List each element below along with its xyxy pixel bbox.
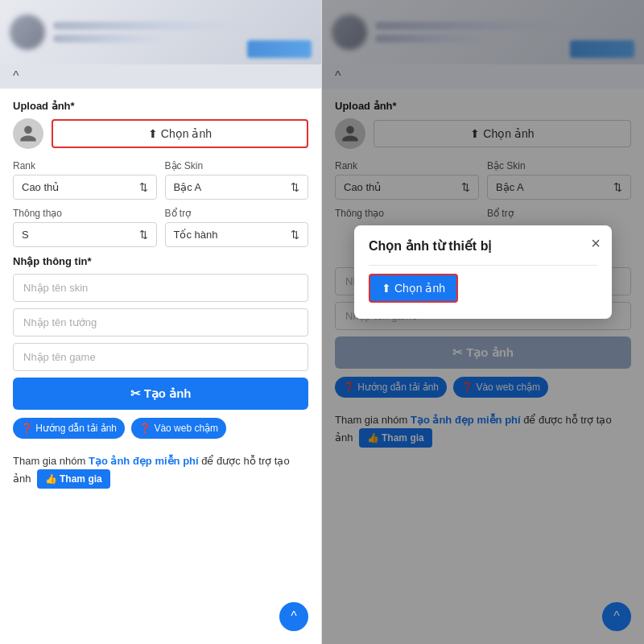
modal-overlay[interactable]: Chọn ảnh từ thiết bị × ⬆ Chọn ảnh [322,0,644,644]
upload-row-left: ⬆ Chọn ảnh [13,118,308,149]
avatar-icon-left [13,118,43,149]
join-text-left: Tham gia nhóm Tạo ảnh đẹp miễn phí để đư… [13,447,308,495]
bo-tro-value-left: Tốc hành [174,229,218,241]
rank-chevron-left: ⇅ [139,181,148,193]
top-bar-content-left [53,22,239,43]
modal-chon-anh-button[interactable]: ⬆ Chọn ảnh [369,274,458,303]
blurred-bar-2 [53,35,165,43]
game-name-input-left[interactable] [13,343,308,371]
modal-divider [369,265,597,266]
thong-thao-group-left: Thông thạo S ⇅ [13,208,157,247]
tuong-name-input-left[interactable] [13,308,308,336]
thong-thao-value-left: S [22,229,29,241]
rank-label-left: Rank [13,160,157,171]
rank-select-left[interactable]: Cao thủ ⇅ [13,175,157,200]
modal-title: Chọn ảnh từ thiết bị [369,238,597,254]
bo-tro-label-left: Bổ trợ [165,208,309,219]
form-area-left: Upload ảnh* ⬆ Chọn ảnh Rank Cao thủ ⇅ Bậ… [0,89,321,644]
bo-tro-chevron-left: ⇅ [291,229,299,241]
bo-tro-group-left: Bổ trợ Tốc hành ⇅ [165,208,309,247]
modal-close-button[interactable]: × [591,235,601,251]
left-panel: ^ Upload ảnh* ⬆ Chọn ảnh Rank Cao thủ ⇅ … [0,0,322,644]
chon-anh-button-left[interactable]: ⬆ Chọn ảnh [52,119,308,148]
thong-thao-chevron-left: ⇅ [139,229,148,241]
top-bar-left [0,0,321,64]
chevron-up-bar-left: ^ [0,64,321,89]
guide-button-left[interactable]: ❓ Hướng dẫn tải ảnh [13,418,125,439]
join-bold-left: Tạo ảnh đẹp miễn phí [89,455,199,467]
blurred-bar-1 [53,22,239,30]
upload-label-left: Upload ảnh* [13,100,308,112]
person-icon-left [19,124,38,143]
modal-box: Chọn ảnh từ thiết bị × ⬆ Chọn ảnh [354,225,612,319]
blurred-bar-blue [247,40,312,58]
rank-value-left: Cao thủ [22,181,59,193]
thong-thao-select-left[interactable]: S ⇅ [13,222,157,247]
join-button-left[interactable]: 👍 Tham gia [37,469,110,489]
avatar-blurred-left [10,14,45,50]
scroll-up-button-left[interactable]: ^ [279,602,308,631]
bo-tro-select-left[interactable]: Tốc hành ⇅ [165,222,309,247]
create-button-left[interactable]: ✂ Tạo ảnh [13,378,308,410]
nhap-tt-label-left: Nhập thông tin* [13,255,308,267]
thong-thao-label-left: Thông thạo [13,208,157,219]
bac-skin-chevron-left: ⇅ [291,181,299,193]
bac-skin-group-left: Bậc Skin Bậc A ⇅ [165,160,309,200]
bac-skin-label-left: Bậc Skin [165,160,309,171]
info-buttons-left: ❓ Hướng dẫn tải ảnh ❓ Vào web chậm [13,418,308,439]
bac-skin-value-left: Bậc A [174,181,202,193]
rank-bac-row-left: Rank Cao thủ ⇅ Bậc Skin Bậc A ⇅ [13,160,308,200]
bac-skin-select-left[interactable]: Bậc A ⇅ [165,175,309,200]
join-text-1-left: Tham gia nhóm [13,455,89,467]
skin-name-input-left[interactable] [13,274,308,302]
rank-group-left: Rank Cao thủ ⇅ [13,160,157,200]
chevron-up-left[interactable]: ^ [13,69,19,84]
right-panel: ^ Upload ảnh* ⬆ Chọn ảnh Rank Cao thủ ⇅ … [322,0,644,644]
web-button-left[interactable]: ❓ Vào web chậm [131,418,226,439]
thong-thao-row-left: Thông thạo S ⇅ Bổ trợ Tốc hành ⇅ [13,208,308,247]
